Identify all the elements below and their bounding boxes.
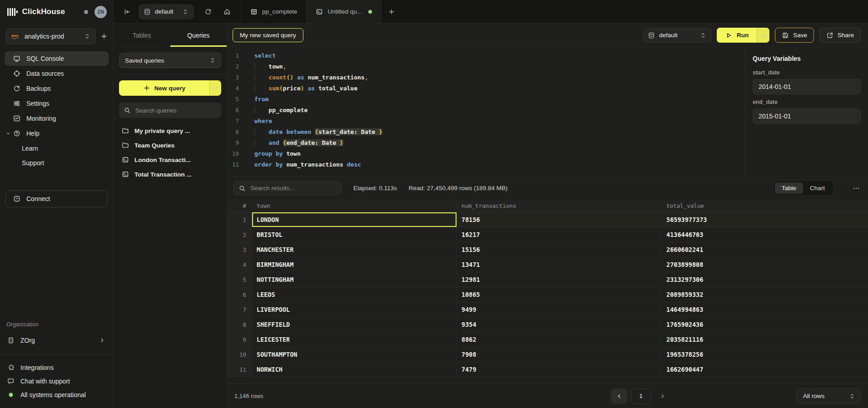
- cell-town[interactable]: BRISTOL: [252, 227, 457, 242]
- cell-town[interactable]: MANCHESTER: [252, 242, 457, 257]
- sidebar-footer-chat-with-support[interactable]: Chat with support: [0, 374, 113, 388]
- saved-query-item[interactable]: Team Queries: [119, 138, 221, 152]
- cell-num_transactions[interactable]: 13471: [457, 257, 662, 272]
- cell-num_transactions[interactable]: 8862: [457, 332, 662, 347]
- cell-town[interactable]: SOUTHAMPTON: [252, 347, 457, 362]
- sidebar-item-learn[interactable]: Learn: [0, 141, 113, 156]
- sidebar-footer-integrations[interactable]: Integrations: [0, 361, 113, 374]
- new-tab-button[interactable]: [388, 8, 395, 15]
- sidebar-item-help[interactable]: Help: [5, 126, 109, 141]
- cell-total_value[interactable]: 56593977373: [662, 212, 868, 227]
- code-text: from: [254, 94, 268, 105]
- cell-town[interactable]: LONDON: [252, 212, 457, 227]
- tab-untitled-query[interactable]: Untitled qu...: [307, 0, 382, 23]
- saved-queries-filter[interactable]: Saved queries: [119, 53, 221, 68]
- cell-num_transactions[interactable]: 10865: [457, 287, 662, 302]
- sidebar-item-backups[interactable]: Backups: [5, 81, 109, 96]
- code-line: 9 and {end_date: Date }: [227, 138, 745, 148]
- cell-town[interactable]: NOTTINGHAM: [252, 272, 457, 287]
- run-options-button[interactable]: [757, 28, 769, 43]
- search-results-input[interactable]: [249, 184, 337, 192]
- cell-num_transactions[interactable]: 15156: [457, 242, 662, 257]
- variable-input-start_date[interactable]: [753, 79, 861, 94]
- saved-query-chip[interactable]: My new saved query: [233, 28, 303, 42]
- table-row: 4BIRMINGHAM134712703899808: [227, 257, 868, 272]
- cell-num_transactions[interactable]: 12981: [457, 272, 662, 287]
- cell-num_transactions[interactable]: 7479: [457, 362, 662, 377]
- cell-num_transactions[interactable]: 16217: [457, 227, 662, 242]
- line-number: 8: [227, 127, 239, 138]
- saved-queries-filter-value: Saved queries: [125, 57, 209, 64]
- tab-queries[interactable]: Queries: [170, 24, 227, 47]
- query-database-selector[interactable]: default: [643, 28, 711, 43]
- results-table: #townnum_transactionstotal_value 1LONDON…: [227, 200, 868, 377]
- cell-town[interactable]: LIVERPOOL: [252, 302, 457, 317]
- home-button[interactable]: [223, 8, 231, 15]
- cell-total_value[interactable]: 1464994863: [662, 302, 868, 317]
- cell-town[interactable]: LEICESTER: [252, 332, 457, 347]
- sidebar-item-data-sources[interactable]: Data sources: [5, 66, 109, 81]
- prev-page-button[interactable]: [611, 388, 627, 404]
- saved-query-item[interactable]: Total Transaction ...: [119, 167, 221, 182]
- sidebar-item-sql-console[interactable]: SQL Console: [5, 51, 109, 66]
- cell-index: 9: [227, 332, 252, 347]
- sidebar-footer-system-status[interactable]: All systems operational: [0, 388, 113, 402]
- query-database-name: default: [659, 32, 695, 39]
- view-table-button[interactable]: Table: [775, 182, 803, 194]
- organization-switcher[interactable]: ZOrg: [0, 332, 113, 349]
- collapse-sidebar-button[interactable]: [124, 8, 131, 15]
- save-button[interactable]: Save: [775, 28, 814, 43]
- cell-town[interactable]: BIRMINGHAM: [252, 257, 457, 272]
- cell-total_value[interactable]: 2703899808: [662, 257, 868, 272]
- sidebar-item-support[interactable]: Support: [0, 156, 113, 170]
- cell-total_value[interactable]: 2089859332: [662, 287, 868, 302]
- cell-total_value[interactable]: 4136446703: [662, 227, 868, 242]
- cell-total_value[interactable]: 1662690447: [662, 362, 868, 377]
- history-icon: [13, 85, 20, 92]
- cell-total_value[interactable]: 2660602241: [662, 242, 868, 257]
- footer-item-label: Integrations: [20, 364, 54, 371]
- cell-total_value[interactable]: 2313297306: [662, 272, 868, 287]
- connect-button[interactable]: Connect: [5, 190, 108, 207]
- cell-total_value[interactable]: 1765902436: [662, 317, 868, 332]
- cell-total_value[interactable]: 2035821116: [662, 332, 868, 347]
- saved-query-item[interactable]: My private query ...: [119, 123, 221, 138]
- crosshair-icon: [13, 70, 20, 77]
- terminal-icon: [316, 8, 323, 15]
- next-page-button[interactable]: [659, 393, 666, 400]
- share-button[interactable]: Share: [819, 28, 861, 43]
- cell-town[interactable]: LEEDS: [252, 287, 457, 302]
- cell-town[interactable]: SHEFFIELD: [252, 317, 457, 332]
- new-query-button[interactable]: New query: [119, 80, 221, 96]
- service-selector[interactable]: aws analytics-prod: [5, 28, 96, 44]
- search-queries-input[interactable]: [134, 107, 217, 114]
- cell-num_transactions[interactable]: 78156: [457, 212, 662, 227]
- tab-pp-complete[interactable]: pp_complete: [241, 0, 307, 23]
- new-query-menu-button[interactable]: [209, 80, 221, 96]
- results-menu-button[interactable]: [853, 185, 860, 192]
- saved-query-item[interactable]: London Transacti...: [119, 152, 221, 167]
- user-avatar[interactable]: ZN: [94, 6, 107, 18]
- read-stat: Read: 27,450,499 rows (189.84 MB): [409, 185, 508, 192]
- tab-tables[interactable]: Tables: [114, 24, 170, 47]
- database-selector[interactable]: default: [139, 5, 193, 19]
- refresh-button[interactable]: [204, 8, 212, 15]
- variable-input-end_date[interactable]: [753, 108, 861, 124]
- run-button[interactable]: Run: [717, 28, 769, 43]
- view-chart-button[interactable]: Chart: [803, 182, 832, 194]
- cell-num_transactions[interactable]: 9354: [457, 317, 662, 332]
- cell-total_value[interactable]: 1965378256: [662, 347, 868, 362]
- sidebar-item-settings[interactable]: Settings: [5, 96, 109, 111]
- sql-editor[interactable]: 1select2 town,3 count() as num_transacti…: [227, 47, 745, 176]
- cell-num_transactions[interactable]: 9499: [457, 302, 662, 317]
- cell-num_transactions[interactable]: 7908: [457, 347, 662, 362]
- topbar: default pp_completeUntitled qu...: [114, 0, 868, 24]
- add-service-button[interactable]: [100, 33, 108, 40]
- cell-town[interactable]: NORWICH: [252, 362, 457, 377]
- service-name: analytics-prod: [25, 33, 79, 40]
- chevron-down-icon: [760, 32, 767, 39]
- page-number-input[interactable]: 1: [631, 388, 651, 404]
- table-row: 3MANCHESTER151562660602241: [227, 242, 868, 257]
- page-size-selector[interactable]: All rows: [796, 388, 861, 404]
- sidebar-item-monitoring[interactable]: Monitoring: [5, 111, 109, 126]
